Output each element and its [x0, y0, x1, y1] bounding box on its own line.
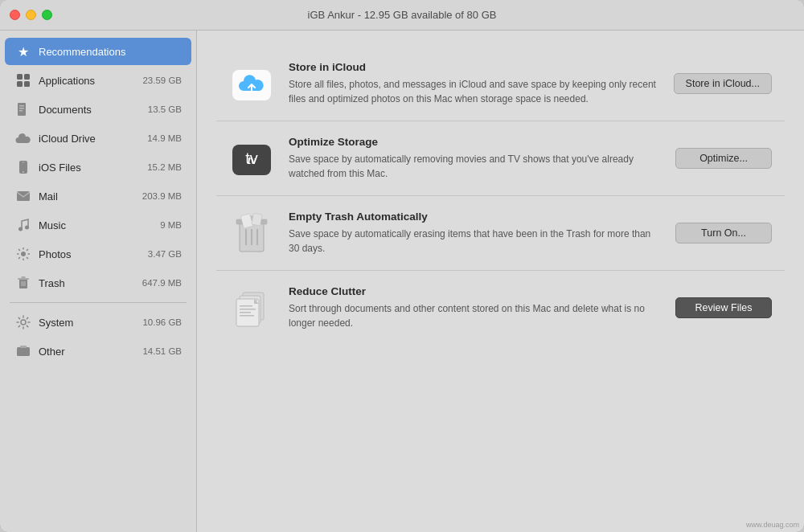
svg-text:tv: tv [248, 154, 256, 166]
minimize-button[interactable] [26, 10, 36, 20]
icloud-icon [229, 61, 274, 106]
sidebar-item-photos[interactable]: Photos 3.47 GB [5, 240, 191, 268]
svg-rect-48 [240, 305, 252, 307]
main-window: iGB Ankur - 12.95 GB available of 80 GB … [0, 0, 804, 532]
svg-rect-5 [19, 105, 24, 107]
svg-rect-49 [240, 309, 256, 310]
turn-on-button[interactable]: Turn On... [675, 223, 772, 243]
svg-rect-4 [18, 103, 26, 116]
empty-trash-title: Empty Trash Automatically [289, 211, 661, 223]
svg-line-22 [18, 257, 20, 259]
sidebar-item-icloud-drive[interactable]: iCloud Drive 14.9 MB [5, 125, 191, 152]
sidebar-label-ios-files: iOS Files [39, 162, 147, 174]
svg-rect-6 [19, 108, 24, 109]
main-content: Store in iCloud Store all files, photos,… [197, 31, 804, 532]
sidebar-label-other: Other [39, 346, 142, 358]
svg-point-14 [21, 252, 26, 256]
sidebar-item-documents[interactable]: Documents 13.5 GB [5, 96, 191, 123]
sidebar-label-mail: Mail [39, 190, 142, 203]
icloud-card: Store in iCloud Store all files, photos,… [216, 47, 785, 121]
svg-line-19 [18, 249, 20, 251]
optimize-button[interactable]: Optimize... [675, 148, 772, 169]
sidebar-size-applications: 23.59 GB [142, 76, 182, 85]
review-files-button[interactable]: Review Files [675, 297, 772, 318]
docs-rec-icon [229, 285, 274, 330]
sidebar-size-photos: 3.47 GB [148, 249, 182, 259]
icloud-action: Store in iCloud... [674, 73, 772, 94]
sidebar-item-music[interactable]: Music 9 MB [5, 211, 191, 239]
svg-rect-24 [18, 278, 29, 280]
sidebar-size-music: 9 MB [160, 220, 182, 230]
music-icon [14, 216, 32, 234]
svg-rect-50 [240, 312, 251, 313]
sidebar-item-mail[interactable]: Mail 203.9 MB [5, 182, 191, 210]
window-title: iGB Ankur - 12.95 GB available of 80 GB [308, 9, 497, 21]
close-button[interactable] [10, 10, 20, 20]
sidebar-item-other[interactable]: Other 14.51 GB [5, 338, 191, 365]
sidebar: ★ Recommendations Applications 23.59 GB [0, 31, 197, 532]
svg-line-21 [27, 249, 28, 251]
svg-point-10 [23, 171, 24, 173]
empty-trash-card: Empty Trash Automatically Save space by … [216, 196, 785, 271]
sidebar-label-photos: Photos [39, 248, 148, 260]
optimize-text: Optimize Storage Save space by automatic… [289, 136, 661, 181]
sidebar-size-documents: 13.5 GB [148, 104, 182, 114]
applications-icon [14, 72, 32, 89]
sidebar-size-trash: 647.9 MB [142, 278, 182, 288]
icloud-text: Store in iCloud Store all files, photos,… [289, 61, 659, 106]
traffic-lights [10, 10, 52, 20]
sidebar-item-applications[interactable]: Applications 23.59 GB [5, 67, 191, 94]
sidebar-item-recommendations[interactable]: ★ Recommendations [5, 38, 191, 65]
sidebar-size-system: 10.96 GB [142, 317, 182, 327]
titlebar: iGB Ankur - 12.95 GB available of 80 GB [0, 0, 804, 31]
svg-line-20 [27, 257, 28, 259]
reduce-clutter-action: Review Files [675, 297, 772, 318]
other-icon [14, 342, 32, 360]
svg-rect-51 [240, 315, 254, 317]
appletv-icon: tv tv [229, 136, 274, 181]
fullscreen-button[interactable] [42, 10, 52, 20]
documents-icon [14, 100, 32, 118]
star-icon: ★ [14, 43, 32, 60]
icloud-drive-icon [14, 129, 32, 147]
sidebar-size-mail: 203.9 MB [142, 191, 182, 201]
sidebar-size-icloud-drive: 14.9 MB [147, 133, 182, 143]
empty-trash-action: Turn On... [675, 223, 772, 243]
sidebar-label-recommendations: Recommendations [39, 46, 182, 58]
empty-trash-text: Empty Trash Automatically Save space by … [289, 211, 661, 256]
optimize-desc: Save space by automatically removing mov… [289, 152, 661, 181]
icloud-desc: Store all files, photos, and messages in… [289, 77, 659, 106]
svg-point-29 [21, 320, 26, 325]
icloud-title: Store in iCloud [289, 61, 659, 73]
sidebar-label-icloud-drive: iCloud Drive [39, 133, 147, 145]
svg-rect-30 [17, 347, 30, 356]
watermark: www.deuag.com [746, 521, 799, 529]
reduce-clutter-text: Reduce Clutter Sort through documents an… [289, 285, 661, 330]
svg-rect-25 [22, 276, 26, 278]
icloud-button[interactable]: Store in iCloud... [674, 73, 772, 94]
optimize-action: Optimize... [675, 148, 772, 169]
sidebar-label-applications: Applications [39, 75, 142, 87]
svg-point-12 [18, 227, 23, 231]
empty-trash-desc: Save space by automatically erasing item… [289, 227, 661, 256]
sidebar-divider [10, 302, 187, 303]
reduce-clutter-title: Reduce Clutter [289, 285, 661, 297]
sidebar-item-trash[interactable]: Trash 647.9 MB [5, 269, 191, 297]
sidebar-size-other: 14.51 GB [142, 346, 182, 356]
svg-rect-3 [24, 81, 30, 87]
sidebar-item-system[interactable]: System 10.96 GB [5, 309, 191, 336]
sidebar-size-ios-files: 15.2 MB [147, 162, 182, 172]
trash-sidebar-icon [14, 274, 32, 292]
svg-point-13 [25, 226, 29, 230]
optimize-card: tv tv Optimize Storage Save space by aut… [216, 121, 785, 196]
sidebar-label-trash: Trash [39, 277, 142, 289]
sidebar-label-documents: Documents [39, 104, 148, 116]
trash-rec-icon [229, 211, 274, 256]
system-icon [14, 313, 32, 331]
ios-files-icon [14, 158, 32, 176]
sidebar-label-system: System [39, 317, 142, 329]
reduce-clutter-desc: Sort through documents and other content… [289, 301, 661, 330]
reduce-clutter-card: Reduce Clutter Sort through documents an… [216, 271, 785, 345]
sidebar-item-ios-files[interactable]: iOS Files 15.2 MB [5, 153, 191, 181]
svg-rect-44 [252, 213, 262, 226]
